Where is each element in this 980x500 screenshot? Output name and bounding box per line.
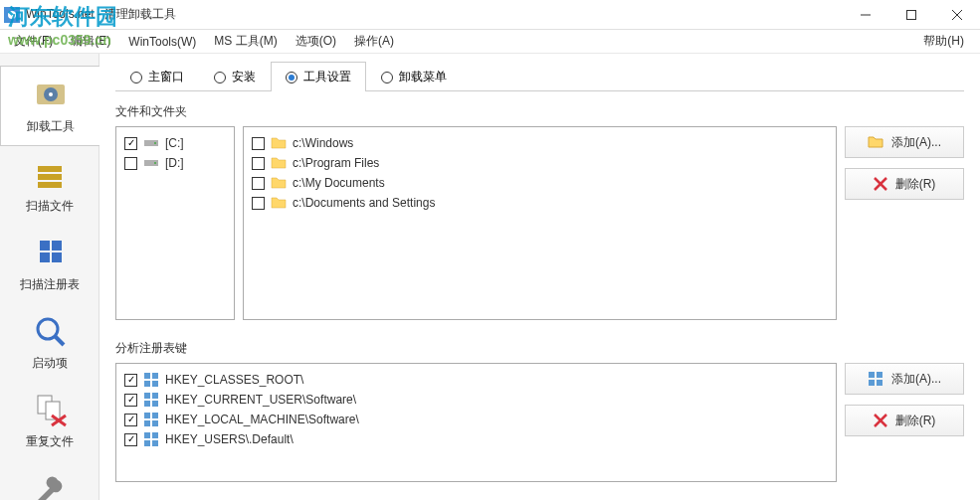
menu-mstools[interactable]: MS 工具(M) [206, 31, 285, 52]
folder-path: c:\Documents and Settings [293, 196, 435, 210]
svg-rect-34 [144, 401, 150, 407]
sidebar-item-label: 重复文件 [26, 433, 74, 450]
window-title: WinTools.net - 清理卸载工具 [26, 6, 176, 23]
svg-rect-33 [152, 393, 158, 399]
button-label: 添加(A)... [891, 134, 941, 151]
folder-row[interactable]: c:\Windows [250, 133, 830, 153]
menu-file[interactable]: 文件(F) [6, 31, 61, 52]
svg-rect-15 [52, 252, 62, 262]
startup-icon [30, 311, 70, 351]
svg-rect-40 [144, 432, 150, 438]
svg-rect-42 [144, 440, 150, 446]
tab-label: 安装 [232, 69, 256, 85]
svg-rect-43 [152, 440, 158, 446]
add-folder-button[interactable]: 添加(A)... [845, 126, 964, 158]
add-registry-button[interactable]: 添加(A)... [845, 363, 964, 395]
registry-path: HKEY_CLASSES_ROOT\ [165, 373, 303, 387]
sidebar-item-scan-files[interactable]: 扫描文件 [0, 146, 98, 225]
svg-rect-11 [38, 182, 62, 188]
sidebar-item-scan-registry[interactable]: 扫描注册表 [0, 225, 98, 303]
folder-row[interactable]: c:\Documents and Settings [250, 193, 830, 213]
registry-path: HKEY_LOCAL_MACHINE\Software\ [165, 413, 359, 426]
scan-files-icon [30, 154, 70, 194]
remove-icon [874, 177, 887, 191]
button-label: 删除(R) [895, 176, 936, 193]
menubar: 文件(F) 编辑(E) WinTools(W) MS 工具(M) 选项(O) 操… [0, 30, 980, 54]
checkbox-icon[interactable] [252, 177, 265, 190]
tab-tool-settings[interactable]: 工具设置 [271, 62, 366, 91]
drive-row[interactable]: [C:] [122, 133, 228, 153]
svg-rect-39 [152, 420, 158, 426]
scan-registry-icon [30, 233, 70, 272]
folder-row[interactable]: c:\My Documents [250, 173, 830, 193]
sidebar-item-duplicate-files[interactable]: 重复文件 [0, 382, 98, 460]
tab-label: 工具设置 [303, 69, 351, 85]
registry-row[interactable]: HKEY_CURRENT_USER\Software\ [122, 390, 830, 410]
menu-options[interactable]: 选项(O) [288, 31, 344, 52]
registry-list[interactable]: HKEY_CLASSES_ROOT\ HKEY_CURRENT_USER\Sof… [115, 363, 837, 482]
menu-actions[interactable]: 操作(A) [346, 31, 402, 52]
menu-help[interactable]: 帮助(H) [915, 31, 972, 52]
folder-row[interactable]: c:\Program Files [250, 153, 830, 173]
add-folder-icon [868, 134, 883, 150]
folder-icon [271, 195, 287, 211]
tab-uninstall-menu[interactable]: 卸载菜单 [366, 62, 462, 91]
close-button[interactable] [934, 0, 980, 30]
registry-row[interactable]: HKEY_USERS\.Default\ [122, 429, 830, 449]
tab-main-window[interactable]: 主窗口 [115, 62, 199, 91]
svg-rect-31 [152, 381, 158, 387]
remove-folder-button[interactable]: 删除(R) [845, 168, 964, 200]
svg-point-1 [8, 11, 16, 19]
registry-path: HKEY_USERS\.Default\ [165, 432, 294, 446]
registry-row[interactable]: HKEY_CLASSES_ROOT\ [122, 370, 830, 390]
tools-icon [30, 468, 70, 500]
drive-label: [C:] [165, 136, 184, 150]
add-registry-icon [868, 371, 883, 387]
sidebar-item-startup[interactable]: 启动项 [0, 303, 98, 382]
folder-icon [271, 135, 287, 151]
menu-wintools[interactable]: WinTools(W) [120, 33, 204, 51]
checkbox-icon[interactable] [124, 394, 137, 407]
files-folders-label: 文件和文件夹 [115, 103, 964, 120]
registry-icon [143, 392, 159, 408]
sidebar: 卸载工具 扫描文件 扫描注册表 启动项 重复文件 [0, 54, 99, 500]
sidebar-item-label: 启动项 [32, 355, 68, 372]
folder-icon [271, 155, 287, 171]
menu-edit[interactable]: 编辑(E) [63, 31, 118, 52]
svg-rect-44 [869, 372, 875, 378]
sidebar-item-tools[interactable] [0, 460, 98, 500]
drives-list[interactable]: [C:] [D:] [115, 126, 235, 320]
svg-rect-12 [40, 241, 50, 250]
folders-list[interactable]: c:\Windows c:\Program Files c:\My Docume… [243, 126, 837, 320]
minimize-button[interactable] [843, 0, 888, 30]
registry-row[interactable]: HKEY_LOCAL_MACHINE\Software\ [122, 410, 830, 429]
svg-rect-9 [38, 166, 62, 172]
svg-rect-10 [38, 174, 62, 180]
svg-rect-38 [144, 420, 150, 426]
checkbox-icon[interactable] [252, 157, 265, 170]
drive-label: [D:] [165, 156, 184, 170]
svg-rect-41 [152, 432, 158, 438]
registry-icon [143, 431, 159, 447]
checkbox-icon[interactable] [124, 157, 137, 170]
checkbox-icon[interactable] [124, 137, 137, 150]
drive-icon [143, 135, 159, 151]
svg-rect-45 [877, 372, 882, 378]
sidebar-item-uninstall-tool[interactable]: 卸载工具 [0, 66, 99, 146]
remove-registry-button[interactable]: 删除(R) [845, 405, 964, 436]
svg-rect-3 [907, 11, 916, 20]
checkbox-icon[interactable] [124, 414, 137, 426]
app-icon [4, 7, 20, 23]
drive-row[interactable]: [D:] [122, 153, 228, 173]
checkbox-icon[interactable] [124, 374, 137, 387]
checkbox-icon[interactable] [252, 137, 265, 150]
svg-rect-37 [152, 413, 158, 418]
registry-path: HKEY_CURRENT_USER\Software\ [165, 393, 356, 407]
checkbox-icon[interactable] [252, 197, 265, 210]
folder-path: c:\Program Files [293, 156, 379, 170]
maximize-button[interactable] [888, 0, 934, 30]
radio-icon [130, 72, 142, 83]
checkbox-icon[interactable] [124, 433, 137, 446]
content-area: 主窗口 安装 工具设置 卸载菜单 文件和文件夹 [C:] [D:] [99, 54, 980, 500]
tab-install[interactable]: 安装 [199, 62, 271, 91]
